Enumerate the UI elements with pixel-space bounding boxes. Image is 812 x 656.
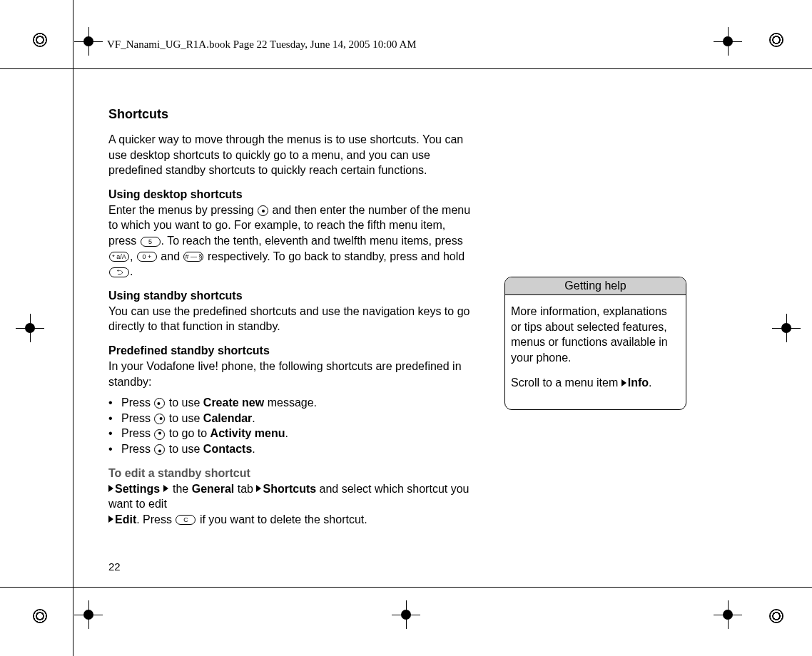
document-header-info: VF_Nanami_UG_R1A.book Page 22 Tuesday, J… (107, 39, 705, 51)
desktop-paragraph: Enter the menus by pressing and then ent… (108, 203, 472, 280)
menu-arrow-icon (108, 485, 113, 492)
help-sidebox-body: More information, explanations or tips a… (511, 304, 680, 365)
crop-rule (0, 68, 812, 69)
key-hash-icon: # — § (183, 252, 203, 262)
key-zero-icon: 0 + (137, 252, 157, 262)
crop-mark-icon (714, 27, 742, 56)
subheading-edit: To edit a standby shortcut (108, 467, 472, 480)
subheading-standby: Using standby shortcuts (108, 289, 472, 302)
nav-down-icon (154, 444, 165, 455)
nav-left-icon (154, 398, 165, 409)
crop-mark-icon (74, 27, 103, 56)
key-star-icon: * a/A (109, 252, 129, 262)
menu-arrow-icon (163, 485, 168, 492)
help-sidebox-action: Scroll to a menu item Info. (511, 375, 680, 391)
page-content: Shortcuts A quicker way to move through … (108, 107, 694, 537)
help-sidebox: Getting help More information, explanati… (504, 277, 686, 410)
intro-paragraph: A quicker way to move through the menus … (108, 132, 472, 178)
registration-mark-icon (33, 33, 47, 47)
menu-arrow-icon (621, 379, 626, 386)
predefined-intro: In your Vodafone live! phone, the follow… (108, 359, 472, 389)
menu-arrow-icon (256, 485, 261, 492)
crop-rule (73, 0, 73, 656)
list-item: Press to use Create new message. (108, 395, 472, 411)
shortcut-list: Press to use Create new message. Press t… (108, 395, 472, 456)
key-5-icon: 5 (141, 237, 161, 247)
crop-mark-icon (16, 314, 44, 342)
key-c-icon: C (176, 515, 196, 525)
crop-rule (0, 587, 812, 588)
standby-paragraph: You can use the predefined shortcuts and… (108, 304, 472, 334)
nav-up-icon (154, 429, 165, 440)
help-sidebox-title: Getting help (505, 277, 686, 295)
menu-arrow-icon (108, 516, 113, 523)
registration-mark-icon (33, 609, 47, 623)
crop-mark-icon (772, 314, 801, 342)
nav-right-icon (154, 414, 165, 424)
crop-mark-icon (714, 600, 742, 629)
section-title: Shortcuts (108, 107, 472, 122)
key-back-icon: ⮌ (109, 267, 129, 277)
nav-center-icon (258, 205, 268, 216)
crop-mark-icon (74, 600, 103, 629)
edit-paragraph: Settings the General tab Shortcuts and s… (108, 481, 472, 528)
page-number: 22 (108, 560, 121, 573)
subheading-desktop: Using desktop shortcuts (108, 188, 472, 201)
crop-mark-icon (392, 600, 420, 629)
list-item: Press to use Calendar. (108, 411, 472, 426)
subheading-predefined: Predefined standby shortcuts (108, 344, 472, 357)
list-item: Press to go to Activity menu. (108, 426, 472, 441)
registration-mark-icon (769, 609, 783, 623)
registration-mark-icon (769, 33, 783, 47)
list-item: Press to use Contacts. (108, 441, 472, 457)
